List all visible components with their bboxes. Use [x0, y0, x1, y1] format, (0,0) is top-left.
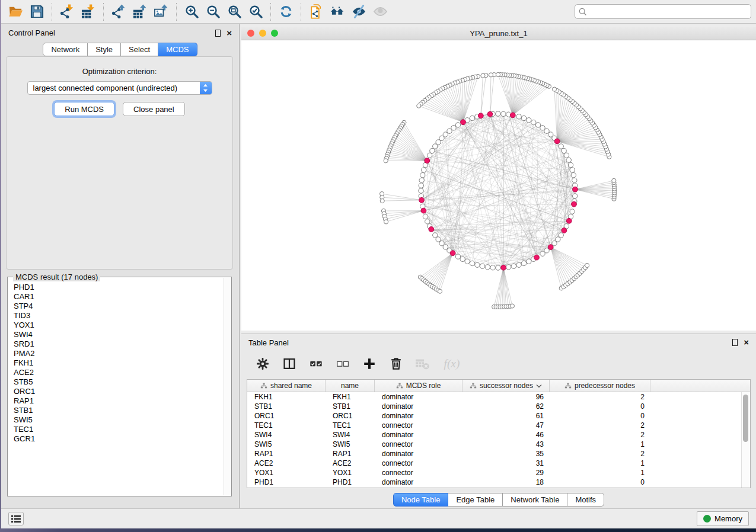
- scrollbar-thumb[interactable]: [743, 395, 748, 442]
- tab-network[interactable]: Network: [43, 43, 88, 56]
- add-column-button[interactable]: [361, 355, 378, 373]
- search-input[interactable]: [590, 6, 747, 18]
- open-file-button[interactable]: [5, 2, 26, 22]
- function-builder-icon: f(x): [442, 357, 468, 373]
- function-builder-button[interactable]: f(x): [441, 355, 468, 373]
- table-row[interactable]: ACE2ACE2connector311: [247, 459, 741, 468]
- result-item[interactable]: SRD1: [8, 339, 223, 349]
- result-scrollbar[interactable]: [224, 278, 231, 495]
- cell-mcds-role: dominator: [375, 449, 462, 459]
- export-web-page-button[interactable]: [305, 2, 327, 22]
- result-item[interactable]: GCR1: [8, 434, 223, 444]
- import-table-button[interactable]: [78, 2, 99, 22]
- settings-icon: [256, 357, 270, 373]
- table-scrollbar[interactable]: [741, 392, 750, 488]
- close-table-panel-icon[interactable]: ×: [744, 339, 749, 346]
- cell-mcds-role: connector: [375, 459, 462, 468]
- result-item[interactable]: FKH1: [8, 358, 223, 368]
- select-all-button[interactable]: [308, 355, 324, 373]
- network-graph[interactable]: [241, 40, 756, 331]
- result-item[interactable]: STB5: [8, 377, 223, 387]
- hide-selected-button[interactable]: [348, 2, 369, 22]
- split-panel-button[interactable]: [281, 355, 298, 373]
- export-image-button[interactable]: [151, 2, 172, 22]
- result-item[interactable]: PMA2: [8, 349, 223, 358]
- panel-menu-button[interactable]: [8, 512, 24, 525]
- first-neighbors-icon: [330, 4, 345, 19]
- cell-mcds-role: dominator: [375, 392, 462, 402]
- tab-style[interactable]: Style: [88, 43, 121, 56]
- result-item[interactable]: STB1: [8, 406, 223, 415]
- save-session-button[interactable]: [26, 2, 47, 22]
- import-network-button[interactable]: [56, 2, 78, 22]
- table-tab-edge-table[interactable]: Edge Table: [448, 493, 503, 507]
- result-item[interactable]: SWI5: [8, 415, 223, 425]
- table-row[interactable]: FKH1FKH1dominator962: [247, 392, 741, 402]
- result-item[interactable]: CAR1: [8, 292, 223, 302]
- cell-name: SWI4: [326, 430, 375, 440]
- table-row[interactable]: ORC1ORC1dominator610: [247, 411, 741, 421]
- float-table-panel-icon[interactable]: [732, 339, 738, 346]
- table-tab-motifs[interactable]: Motifs: [567, 493, 604, 507]
- tab-select[interactable]: Select: [121, 43, 158, 56]
- deselect-all-icon: [336, 357, 350, 373]
- table-row[interactable]: TEC1TEC1connector472: [247, 421, 741, 430]
- run-mcds-button[interactable]: Run MCDS: [54, 102, 114, 116]
- cell-shared-name: ORC1: [247, 411, 326, 421]
- result-item[interactable]: RAP1: [8, 396, 223, 406]
- tab-mcds[interactable]: MCDS: [158, 43, 197, 56]
- cell-successor-nodes: 61: [462, 411, 550, 421]
- memory-button[interactable]: Memory: [697, 511, 749, 526]
- result-item[interactable]: STP4: [8, 302, 223, 311]
- result-item[interactable]: ACE2: [8, 368, 223, 377]
- zoom-selected-button[interactable]: [245, 2, 266, 22]
- deselect-all-button[interactable]: [334, 355, 351, 373]
- delete-table-button[interactable]: [414, 355, 431, 373]
- first-neighbors-button[interactable]: [327, 2, 348, 22]
- apply-layout-button[interactable]: [275, 2, 296, 22]
- result-item[interactable]: TEC1: [8, 425, 223, 434]
- column-header-name[interactable]: name: [326, 380, 375, 392]
- close-panel-icon[interactable]: ×: [227, 30, 232, 37]
- table-row[interactable]: YOX1YOX1connector291: [247, 468, 741, 477]
- table-row[interactable]: RAP1RAP1dominator352: [247, 449, 741, 459]
- column-header-mcds-role[interactable]: MCDS role: [375, 380, 462, 392]
- column-header-predecessor-nodes[interactable]: predecessor nodes: [550, 380, 650, 392]
- table-tab-network-table[interactable]: Network Table: [503, 493, 567, 507]
- result-item[interactable]: TID3: [8, 311, 223, 321]
- result-item[interactable]: SWI4: [8, 330, 223, 339]
- column-header-successor-nodes[interactable]: successor nodes: [462, 380, 550, 392]
- zoom-in-button[interactable]: [181, 2, 202, 22]
- search-box[interactable]: [575, 4, 751, 19]
- delete-column-button[interactable]: [388, 355, 404, 373]
- cell-successor-nodes: 47: [462, 421, 550, 430]
- table-row[interactable]: SWI4SWI4dominator462: [247, 430, 741, 440]
- export-web-page-icon: [309, 4, 324, 19]
- result-item[interactable]: PHD1: [8, 283, 223, 292]
- settings-button[interactable]: [254, 355, 271, 373]
- minimize-window-icon[interactable]: [259, 30, 266, 37]
- zoom-fit-button[interactable]: [224, 2, 245, 22]
- table-row[interactable]: STB1STB1dominator620: [247, 402, 741, 411]
- select-all-icon: [309, 357, 323, 373]
- network-window-titlebar: YPA_prune.txt_1: [241, 27, 756, 40]
- show-all-button[interactable]: [369, 2, 391, 22]
- criterion-dropdown[interactable]: largest connected component (undirected): [27, 81, 212, 95]
- list-icon: [11, 515, 21, 523]
- export-network-button[interactable]: [108, 2, 129, 22]
- maximize-window-icon[interactable]: [271, 30, 278, 37]
- table-row[interactable]: PHD1PHD1dominator180: [247, 477, 741, 487]
- close-panel-button[interactable]: Close panel: [123, 102, 185, 116]
- table-row[interactable]: SWI5SWI5connector431: [247, 440, 741, 449]
- float-panel-icon[interactable]: [215, 30, 221, 37]
- column-header-shared-name[interactable]: shared name: [247, 380, 326, 392]
- result-item[interactable]: ORC1: [8, 387, 223, 396]
- toolbar-separator: [301, 3, 301, 21]
- close-window-icon[interactable]: [247, 30, 254, 37]
- export-table-button[interactable]: [129, 2, 151, 22]
- cell-mcds-role: dominator: [375, 430, 462, 440]
- result-item[interactable]: YOX1: [8, 321, 223, 330]
- table-tab-node-table[interactable]: Node Table: [393, 493, 449, 507]
- zoom-out-button[interactable]: [202, 2, 224, 22]
- network-canvas[interactable]: [241, 40, 756, 331]
